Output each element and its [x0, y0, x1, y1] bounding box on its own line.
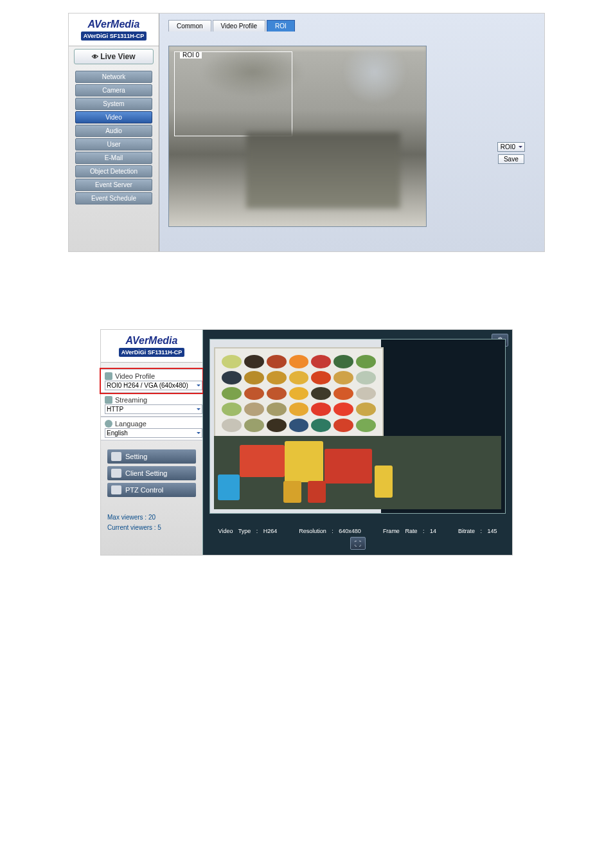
button-icon	[111, 452, 121, 461]
tab-video-profile[interactable]: Video Profile	[213, 20, 266, 32]
settings-nav: NetworkCameraSystemVideoAudioUserE-MailO…	[69, 67, 159, 208]
language-select[interactable]: English	[105, 428, 202, 438]
video-profile-select[interactable]: ROI0 H264 / VGA (640x480)	[105, 381, 202, 390]
nav-item-e-mail[interactable]: E-Mail	[75, 152, 152, 164]
board-decor	[214, 347, 384, 440]
tab-roi[interactable]: ROI	[267, 20, 295, 32]
roi-label: ROI 0	[180, 51, 202, 59]
logo-model: AVerDiGi SF1311H-CP	[119, 348, 184, 357]
liveview-content: ⚙ Video Type : H264 Resolution : 640x480…	[203, 330, 512, 555]
nav-item-video[interactable]: Video	[75, 111, 152, 123]
logo-model: AVerDiGi SF1311H-CP	[81, 32, 147, 41]
liveview-sidebar: AVerMedia AVerDiGi SF1311H-CP Video Prof…	[101, 330, 203, 555]
button-icon	[111, 485, 121, 494]
streaming-section: Streaming HTTP	[101, 393, 202, 417]
roi-select[interactable]: ROI0	[497, 142, 525, 152]
current-viewers: Current viewers : 5	[107, 523, 196, 533]
language-label: Language	[105, 419, 199, 428]
roi-content: CommonVideo ProfileROI ROI 0 ROI0 Save	[159, 14, 544, 251]
brand-logo: AVerMedia AVerDiGi SF1311H-CP	[101, 330, 202, 363]
nav-item-system[interactable]: System	[75, 98, 152, 110]
streaming-select[interactable]: HTTP	[105, 404, 202, 414]
settings-sidebar: AVerMedia AVerDiGi SF1311H-CP Live View …	[69, 14, 159, 251]
roi-box[interactable]: ROI 0	[174, 51, 292, 136]
live-view-button[interactable]: Live View	[74, 49, 154, 64]
nav-item-event-schedule[interactable]: Event Schedule	[75, 192, 152, 204]
max-viewers: Max viewers : 20	[107, 512, 196, 523]
status-bar: Video Type : H264 Resolution : 640x480 F…	[203, 528, 512, 534]
streaming-label: Streaming	[105, 395, 199, 404]
status-resolution: Resolution : 640x480	[299, 528, 361, 534]
roi-settings-panel: AVerMedia AVerDiGi SF1311H-CP Live View …	[68, 13, 545, 252]
nav-item-network[interactable]: Network	[75, 71, 152, 83]
roi-controls: ROI0 Save	[497, 142, 525, 164]
stream-icon	[105, 396, 112, 404]
status-bitrate: Bitrate : 145	[458, 528, 497, 534]
sidebar-buttons: SettingClient SettingPTZ Control	[101, 440, 202, 506]
nav-item-audio[interactable]: Audio	[75, 125, 152, 137]
ptz-control-button[interactable]: PTZ Control	[107, 483, 196, 497]
language-section: Language English	[101, 417, 202, 440]
profile-icon	[105, 372, 112, 380]
viewer-info: Max viewers : 20 Current viewers : 5	[101, 506, 202, 539]
preview-image[interactable]: ROI 0	[168, 46, 427, 227]
save-button[interactable]: Save	[498, 154, 524, 164]
status-video-type: Video Type : H264	[218, 528, 278, 534]
status-frame-rate: Frame Rate : 14	[383, 528, 436, 534]
liveview-panel: AVerMedia AVerDiGi SF1311H-CP Video Prof…	[100, 329, 513, 556]
nav-item-event-server[interactable]: Event Server	[75, 179, 152, 191]
nav-item-camera[interactable]: Camera	[75, 84, 152, 96]
logo-text: AVerMedia	[75, 19, 152, 30]
video-tabs: CommonVideo ProfileROI	[168, 20, 538, 32]
nav-item-object-detection[interactable]: Object Detection	[75, 165, 152, 177]
fullscreen-icon[interactable]: ⛶	[350, 537, 366, 550]
button-icon	[111, 469, 121, 478]
brand-logo: AVerMedia AVerDiGi SF1311H-CP	[69, 14, 159, 46]
live-video[interactable]	[209, 339, 506, 514]
client-setting-button[interactable]: Client Setting	[107, 466, 196, 480]
logo-text: AVerMedia	[107, 335, 196, 347]
nav-item-user[interactable]: User	[75, 138, 152, 150]
tab-common[interactable]: Common	[168, 20, 211, 32]
lang-icon	[105, 420, 112, 428]
video-profile-label: Video Profile	[105, 372, 199, 381]
setting-button[interactable]: Setting	[107, 449, 196, 464]
video-profile-section: Video Profile ROI0 H264 / VGA (640x480)	[101, 369, 202, 393]
